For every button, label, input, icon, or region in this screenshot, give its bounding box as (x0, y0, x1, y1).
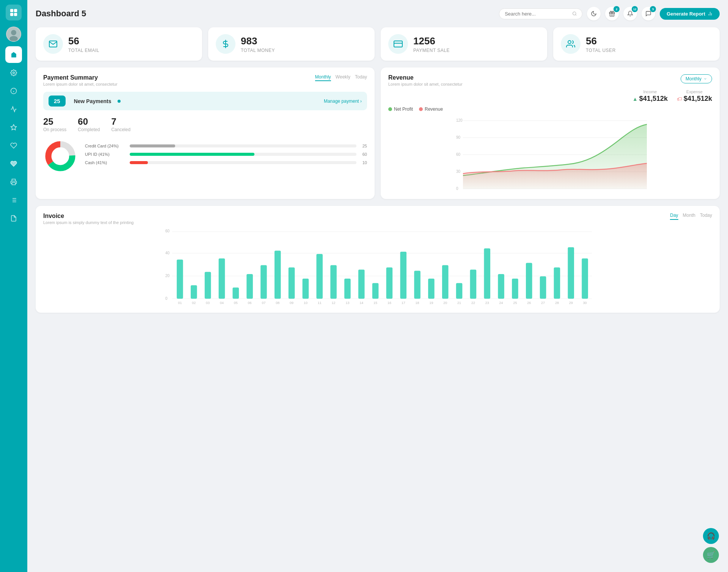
invoice-tab-today[interactable]: Today (700, 213, 712, 220)
svg-rect-86 (372, 283, 379, 299)
sidebar-item-list[interactable] (5, 192, 22, 208)
revenue-subtitle: Lorem ipsum dolor sit amet, consectetur (388, 82, 463, 86)
manage-payment-link[interactable]: Manage payment › (324, 99, 362, 104)
stat-info-user: 56 TOTAL USER (586, 35, 616, 53)
svg-rect-27 (394, 41, 402, 47)
legend-dot-revenue (419, 107, 423, 111)
invoice-chart: 60 40 20 0 01020304050607080910111213141… (43, 229, 712, 304)
tab-monthly-payment[interactable]: Monthly (315, 74, 331, 81)
svg-text:12: 12 (332, 301, 336, 304)
payment-bars: Credit Card (24%) 25 UPI ID (41%) 60 (85, 144, 367, 169)
bar-track-cash (130, 161, 356, 164)
bell-button[interactable]: 12 (623, 7, 637, 20)
svg-text:90: 90 (456, 135, 461, 139)
expense-stat: Expense 🏷 $41,512k (677, 89, 712, 103)
gift-button[interactable]: 2 (605, 7, 619, 20)
stat-number-email: 56 (68, 35, 99, 47)
svg-text:29: 29 (569, 301, 573, 304)
svg-text:20: 20 (165, 274, 170, 278)
sidebar-item-settings[interactable] (5, 64, 22, 81)
completed-label: Completed (78, 127, 100, 132)
bar-label-creditcard: Credit Card (24%) (85, 144, 127, 148)
expense-value: $41,512k (684, 95, 712, 103)
stat-card-email: 56 TOTAL EMAIL (36, 27, 202, 61)
cart-float-button[interactable]: 🛒 (703, 547, 719, 563)
new-payments-row: 25 New Payments Manage payment › (43, 92, 367, 110)
payment-tabs: Monthly Weekly Today (315, 74, 367, 81)
svg-point-19 (573, 12, 576, 15)
tab-today-payment[interactable]: Today (355, 74, 367, 81)
svg-rect-70 (260, 265, 267, 299)
sidebar-item-chart[interactable] (5, 101, 22, 118)
svg-rect-92 (414, 271, 420, 299)
dark-mode-button[interactable] (587, 7, 601, 20)
bar-track-upi (130, 153, 356, 156)
new-payments-label: New Payments (74, 98, 111, 104)
bar-label-cash: Cash (41%) (85, 160, 127, 165)
generate-report-label: Generate Report (667, 11, 705, 17)
invoice-panel: Invoice Lorem ipsum is simply dummy text… (36, 206, 720, 313)
svg-rect-104 (498, 274, 504, 299)
onprocess-label: On process (43, 127, 66, 132)
sidebar-item-heart2[interactable] (5, 155, 22, 172)
bar-fill-cash (130, 161, 148, 164)
search-box[interactable] (499, 8, 582, 19)
chat-button[interactable]: 5 (642, 7, 655, 20)
stat-mini-canceled: 7 Canceled (111, 116, 130, 132)
svg-rect-88 (386, 267, 393, 299)
invoice-chart-container: 60 40 20 0 01020304050607080910111213141… (43, 229, 712, 306)
tab-weekly-payment[interactable]: Weekly (336, 74, 350, 81)
svg-rect-114 (568, 247, 574, 299)
revenue-top-stats: Income ▲ $41,512k Expense 🏷 $41,512k (388, 89, 712, 103)
stat-number-money: 983 (241, 35, 275, 47)
svg-rect-76 (303, 279, 309, 299)
income-value: $41,512k (639, 95, 668, 103)
search-input[interactable] (505, 11, 569, 17)
svg-point-5 (11, 30, 16, 35)
invoice-tab-day[interactable]: Day (670, 213, 678, 220)
revenue-title-area: Revenue Lorem ipsum dolor sit amet, cons… (388, 74, 463, 86)
svg-text:07: 07 (262, 301, 265, 304)
stat-info-money: 983 TOTAL MONEY (241, 35, 275, 53)
sidebar-item-info[interactable] (5, 83, 22, 99)
svg-rect-84 (358, 270, 365, 299)
bar-row-upi: UPI ID (41%) 60 (85, 152, 367, 157)
svg-text:0: 0 (456, 186, 458, 191)
sidebar-item-heart1[interactable] (5, 137, 22, 154)
gift-badge: 2 (613, 6, 620, 12)
svg-text:06: 06 (248, 301, 252, 304)
svg-text:27: 27 (541, 301, 545, 304)
svg-text:15: 15 (373, 301, 377, 304)
payment-icon (388, 34, 408, 54)
svg-rect-66 (232, 288, 239, 299)
stat-number-user: 56 (586, 35, 616, 47)
stats-row: 56 TOTAL EMAIL 983 TOTAL MONEY 1256 PAYM… (36, 27, 720, 61)
svg-rect-96 (442, 265, 449, 299)
canceled-label: Canceled (111, 127, 130, 132)
avatar[interactable] (6, 27, 21, 42)
revenue-monthly-dropdown[interactable]: Monthly (681, 74, 712, 83)
completed-num: 60 (78, 116, 100, 127)
bar-fill-creditcard (130, 144, 175, 147)
svg-text:21: 21 (457, 301, 461, 304)
sidebar-item-file[interactable] (5, 210, 22, 227)
svg-text:08: 08 (276, 301, 279, 304)
svg-rect-98 (456, 283, 463, 299)
svg-text:16: 16 (388, 301, 391, 304)
sidebar-logo[interactable] (6, 5, 22, 20)
payment-panel-title: Payment Summary (43, 74, 118, 81)
svg-rect-12 (12, 183, 16, 185)
stat-mini-completed: 60 Completed (78, 116, 100, 132)
svg-text:09: 09 (290, 301, 293, 304)
support-float-button[interactable]: 🎧 (703, 528, 719, 544)
stat-card-user: 56 TOTAL USER (553, 27, 720, 61)
svg-text:30: 30 (456, 169, 461, 174)
sidebar-item-star[interactable] (5, 119, 22, 136)
invoice-tab-month[interactable]: Month (683, 213, 695, 220)
generate-report-button[interactable]: Generate Report (660, 8, 720, 20)
bar-val-upi: 60 (359, 152, 367, 157)
chevron-down-icon (703, 77, 707, 81)
expense-label: Expense (677, 89, 712, 94)
sidebar-item-home[interactable] (5, 46, 22, 63)
sidebar-item-print[interactable] (5, 174, 22, 190)
